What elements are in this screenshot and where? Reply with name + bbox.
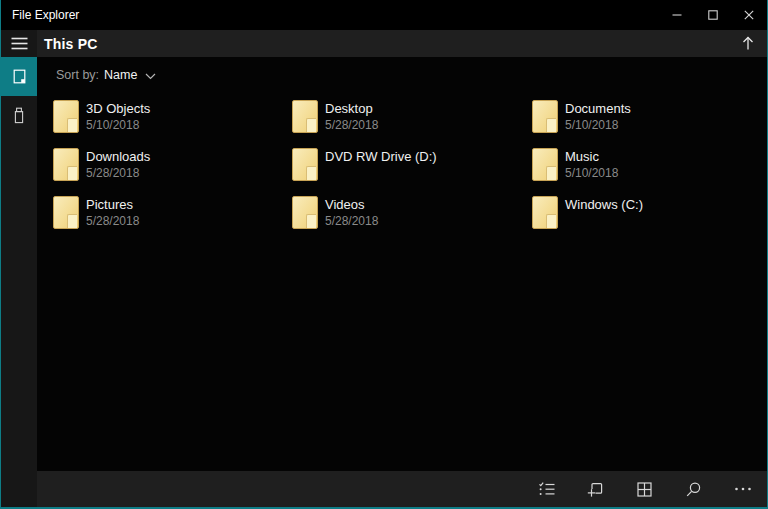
folder-date: 5/28/2018 [325, 214, 378, 228]
folder-meta: Windows (C:) [565, 196, 643, 213]
page-title: This PC [44, 36, 98, 52]
folder-item[interactable]: Documents 5/10/2018 [532, 100, 768, 148]
folder-name: Music [565, 149, 618, 165]
folder-icon [532, 100, 558, 133]
navigate-up-button[interactable] [729, 30, 767, 57]
folder-item[interactable]: Windows (C:) [532, 196, 768, 244]
minimize-icon [671, 9, 683, 21]
details-list-button[interactable] [522, 471, 571, 507]
search-icon [685, 481, 702, 498]
sort-by-dropdown[interactable]: Sort by: Name [56, 68, 156, 82]
sidebar [1, 57, 37, 507]
folder-item[interactable]: Music 5/10/2018 [532, 148, 768, 196]
folder-meta: 3D Objects 5/10/2018 [86, 100, 150, 132]
sidebar-item-this-pc[interactable] [1, 57, 37, 96]
more-icon [734, 486, 752, 492]
folder-icon [532, 196, 558, 229]
folder-meta: Downloads 5/28/2018 [86, 148, 150, 180]
new-window-button[interactable] [571, 471, 620, 507]
search-button[interactable] [669, 471, 718, 507]
new-window-icon [587, 481, 604, 498]
folder-name: DVD RW Drive (D:) [325, 149, 437, 165]
folder-date: 5/28/2018 [86, 214, 139, 228]
folder-date: 5/28/2018 [86, 166, 150, 180]
folder-icon [532, 148, 558, 181]
window-title: File Explorer [1, 8, 79, 22]
folder-meta: Videos 5/28/2018 [325, 196, 378, 228]
titlebar: File Explorer [1, 0, 767, 30]
folder-date: 5/10/2018 [86, 118, 150, 132]
more-options-button[interactable] [718, 471, 767, 507]
folder-name: Desktop [325, 101, 378, 117]
folder-date: 5/10/2018 [565, 166, 618, 180]
folder-name: Pictures [86, 197, 139, 213]
folder-name: Downloads [86, 149, 150, 165]
folder-name: Documents [565, 101, 631, 117]
folder-icon [292, 100, 318, 133]
chevron-down-icon [145, 73, 156, 80]
minimize-button[interactable] [659, 0, 695, 30]
command-bar [37, 471, 767, 507]
folder-name: Windows (C:) [565, 197, 643, 213]
arrow-up-icon [740, 35, 756, 52]
maximize-button[interactable] [695, 0, 731, 30]
folder-name: Videos [325, 197, 378, 213]
folder-meta: Desktop 5/28/2018 [325, 100, 378, 132]
maximize-icon [707, 9, 719, 21]
details-list-icon [538, 481, 556, 497]
close-button[interactable] [731, 0, 767, 30]
folder-name: 3D Objects [86, 101, 150, 117]
sort-by-value: Name [104, 68, 137, 82]
file-explorer-window: File Explorer This PC [0, 0, 768, 509]
folder-item[interactable]: DVD RW Drive (D:) [292, 148, 532, 196]
folder-meta: DVD RW Drive (D:) [325, 148, 437, 165]
file-list-area: Sort by: Name 3D Objects 5/10/2018 Deskt… [37, 57, 767, 472]
folder-icon [292, 148, 318, 181]
folder-date: 5/10/2018 [565, 118, 631, 132]
folder-item[interactable]: Desktop 5/28/2018 [292, 100, 532, 148]
removable-drive-icon [12, 107, 26, 124]
folder-item[interactable]: Downloads 5/28/2018 [53, 148, 292, 196]
close-icon [743, 9, 755, 21]
sidebar-item-removable-drive[interactable] [1, 96, 37, 135]
folder-item[interactable]: Videos 5/28/2018 [292, 196, 532, 244]
sort-by-label: Sort by: [56, 68, 99, 82]
folder-item[interactable]: Pictures 5/28/2018 [53, 196, 292, 244]
grid-view-icon [636, 481, 653, 498]
folder-date: 5/28/2018 [325, 118, 378, 132]
folder-icon [53, 196, 79, 229]
folder-meta: Documents 5/10/2018 [565, 100, 631, 132]
folder-item[interactable]: 3D Objects 5/10/2018 [53, 100, 292, 148]
grid-view-button[interactable] [620, 471, 669, 507]
folder-icon [292, 196, 318, 229]
hamburger-icon [11, 37, 28, 50]
this-pc-icon [11, 68, 28, 85]
folder-icon [53, 148, 79, 181]
header-bar: This PC [1, 30, 767, 57]
folder-icon [53, 100, 79, 133]
folder-grid: 3D Objects 5/10/2018 Desktop 5/28/2018 D… [53, 100, 768, 244]
folder-meta: Music 5/10/2018 [565, 148, 618, 180]
hamburger-menu-button[interactable] [1, 30, 37, 57]
folder-meta: Pictures 5/28/2018 [86, 196, 139, 228]
